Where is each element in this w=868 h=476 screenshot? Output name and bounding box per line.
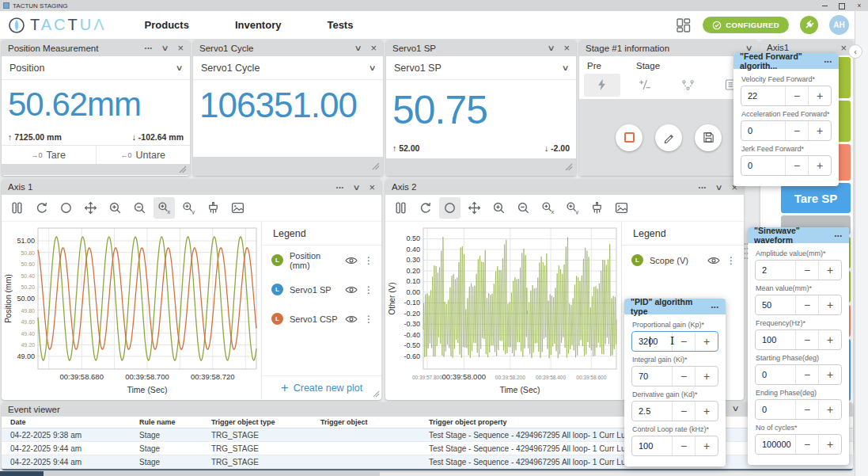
clear-tool-button[interactable]	[203, 197, 224, 219]
axis-2-svg[interactable]: 0.500.400.300.200.100.00-0.10-0.20-0.30-…	[385, 222, 621, 398]
acceleration-feed-forward-input[interactable]: 0	[741, 126, 785, 135]
jerk-feed-forward-input[interactable]: 0	[741, 161, 785, 170]
proportional-gain-decrement-button[interactable]: −	[672, 332, 695, 351]
col-trigger-object[interactable]: Trigger object	[320, 418, 429, 426]
cycle-select[interactable]: Servo1 Cycle ∨	[193, 56, 383, 80]
ending-phase-input[interactable]: 0	[756, 405, 795, 414]
zoom-out-tool-button[interactable]	[513, 197, 534, 219]
no-of-cycles-decrement-button[interactable]: −	[795, 435, 818, 454]
series-kebab-menu-icon[interactable]: ⋮	[364, 284, 373, 295]
integral-gain-input[interactable]: 70	[632, 371, 672, 381]
measurement-select[interactable]: Position ∨	[2, 56, 190, 80]
snapshot-tool-button[interactable]	[611, 197, 632, 219]
autoscale-tool-button[interactable]	[31, 197, 52, 219]
derivative-gain-input[interactable]: 2.5	[632, 406, 672, 416]
close-icon[interactable]: ×	[563, 42, 570, 54]
window-close-button[interactable]: ×	[851, 0, 868, 11]
series-kebab-menu-icon[interactable]: ⋮	[364, 255, 373, 266]
visibility-eye-icon[interactable]	[345, 314, 358, 324]
series-kebab-menu-icon[interactable]: ⋮	[726, 255, 736, 266]
derivative-gain-stepper[interactable]: 2.5−+	[631, 401, 718, 421]
amplitude-value-input[interactable]: 2	[756, 265, 795, 275]
close-icon[interactable]: ×	[840, 42, 847, 54]
nav-inventory[interactable]: Inventory	[235, 19, 282, 31]
zoom-y-tool-button[interactable]: y	[178, 197, 199, 219]
sinewave-dialog-header[interactable]: "Sinewave" waveform •••	[748, 227, 849, 243]
dialog-menu-icon[interactable]: •••	[711, 304, 719, 310]
derivative-gain-decrement-button[interactable]: −	[672, 402, 695, 421]
frequency-increment-button[interactable]: +	[818, 330, 841, 349]
frequency-stepper[interactable]: 100−+	[755, 329, 842, 350]
edit-stage-button[interactable]	[655, 124, 682, 151]
visibility-eye-icon[interactable]	[345, 256, 358, 265]
jerk-feed-forward-increment-button[interactable]: +	[808, 156, 831, 175]
clear-tool-button[interactable]	[586, 197, 608, 219]
zoom-in-tool-button[interactable]	[488, 197, 510, 219]
no-of-cycles-increment-button[interactable]: +	[818, 435, 841, 454]
resize-handle-icon[interactable]	[179, 166, 187, 173]
mean-value-decrement-button[interactable]: −	[795, 295, 818, 314]
save-stage-button[interactable]	[695, 124, 722, 151]
velocity-feed-forward-decrement-button[interactable]: −	[785, 86, 808, 105]
zoom-out-tool-button[interactable]	[129, 197, 150, 219]
col-date[interactable]: Date	[10, 418, 139, 426]
window-minimize-button[interactable]	[816, 0, 833, 11]
integral-gain-stepper[interactable]: 70−+	[631, 366, 718, 387]
zoom-y-tool-button[interactable]: y	[562, 197, 583, 219]
scrollbar-thumb[interactable]	[0, 471, 44, 476]
integral-gain-decrement-button[interactable]: −	[672, 367, 695, 386]
stage-flow-icon[interactable]	[669, 74, 706, 97]
axis2-chart-header[interactable]: Axis 2 ••• ∨ ×	[385, 179, 744, 195]
untare-button[interactable]: ←0 Untare	[97, 146, 191, 164]
control-loop-rate-input[interactable]: 100	[632, 441, 672, 451]
amplitude-value-stepper[interactable]: 2−+	[755, 260, 842, 280]
panel-resize-strip[interactable]	[193, 157, 383, 176]
axis1-chart-header[interactable]: Axis 1 ••• ∨ ×	[2, 179, 381, 195]
close-icon[interactable]: ×	[369, 181, 375, 193]
tare-sp-button[interactable]: Tare SP	[781, 183, 851, 213]
create-new-plot-button[interactable]: + Create new plot	[262, 375, 381, 399]
dashboard-grid-icon[interactable]	[676, 17, 692, 33]
horizontal-scrollbar[interactable]	[0, 471, 380, 476]
ending-phase-decrement-button[interactable]: −	[795, 400, 818, 419]
panel-resize-strip[interactable]	[386, 158, 576, 176]
pause-tool-button[interactable]	[390, 197, 411, 219]
velocity-feed-forward-increment-button[interactable]: +	[808, 86, 831, 105]
col-rule-name[interactable]: Rule name	[139, 418, 211, 426]
pause-tool-button[interactable]	[6, 197, 28, 219]
sp-select[interactable]: Servo1 SP ∨	[386, 56, 576, 80]
position-measurement-header[interactable]: Position Measurement ••• ∨ ×	[2, 40, 190, 56]
integral-gain-increment-button[interactable]: +	[695, 367, 718, 386]
panel-menu-icon[interactable]: •••	[699, 185, 707, 190]
dialog-menu-icon[interactable]: •••	[835, 233, 843, 238]
stop-stage-button[interactable]	[616, 124, 642, 151]
panel-menu-icon[interactable]: •••	[145, 45, 153, 51]
stage-info-header[interactable]: Stage #1 information ∨	[579, 40, 758, 56]
ending-phase-increment-button[interactable]: +	[818, 400, 841, 419]
dialog-menu-icon[interactable]: •••	[824, 59, 832, 64]
zoom-in-tool-button[interactable]	[104, 197, 126, 219]
jerk-feed-forward-decrement-button[interactable]: −	[785, 156, 808, 175]
control-loop-rate-increment-button[interactable]: +	[695, 436, 718, 455]
servo1-sp-header[interactable]: Servo1 SP ∨ ×	[386, 40, 576, 56]
collapse-icon[interactable]: ∨	[354, 44, 362, 52]
pan-tool-button[interactable]	[464, 197, 485, 219]
velocity-feed-forward-input[interactable]: 22	[741, 91, 785, 101]
no-of-cycles-input[interactable]: 100000	[756, 440, 795, 449]
velocity-feed-forward-stepper[interactable]: 22−+	[741, 86, 832, 106]
feed-forward-dialog-header[interactable]: "Feed Forward" algorith... •••	[733, 53, 839, 69]
resize-handle-icon[interactable]	[372, 162, 380, 170]
nav-products[interactable]: Products	[145, 19, 189, 31]
configured-status-badge[interactable]: CONFIGURED	[703, 17, 789, 33]
nav-tests[interactable]: Tests	[327, 19, 353, 31]
starting-phase-increment-button[interactable]: +	[818, 365, 841, 384]
close-icon[interactable]: ×	[177, 42, 184, 54]
pan-tool-button[interactable]	[80, 197, 101, 219]
pid-dialog-header[interactable]: "PID" algorithm type •••	[624, 299, 726, 314]
zoom-x-tool-button[interactable]: x	[154, 197, 175, 219]
window-maximize-button[interactable]	[833, 0, 851, 11]
tactun-logo[interactable]: TACTUΛ	[8, 16, 107, 34]
amplitude-value-increment-button[interactable]: +	[818, 261, 841, 280]
axis2-chart-area[interactable]: 0.500.400.300.200.100.00-0.10-0.20-0.30-…	[385, 222, 621, 399]
panel-resize-strip[interactable]	[2, 164, 190, 175]
